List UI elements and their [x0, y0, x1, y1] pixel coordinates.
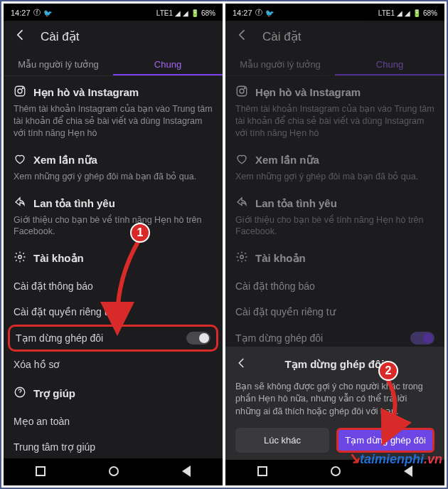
nav-back-icon[interactable] — [182, 466, 191, 477]
pause-toggle[interactable] — [186, 332, 210, 345]
header: Cài đặt — [4, 21, 223, 52]
section-instagram: Hẹn hò và Instagram Thêm tài khoản Insta… — [225, 76, 444, 144]
item-delete[interactable]: Xóa hồ sơ — [4, 352, 223, 377]
heart-icon — [235, 152, 248, 168]
annotation-badge-2: 2 — [378, 361, 398, 381]
nav-home-icon[interactable] — [109, 466, 119, 476]
help-icon — [14, 386, 26, 401]
svg-point-8 — [240, 256, 244, 259]
watermark: ↘taimienphi.vn — [347, 449, 442, 468]
facebook-icon: ⓕ — [255, 8, 262, 18]
section-spread: Lan tỏa tình yêu Giới thiệu cho bạn bè v… — [225, 187, 444, 243]
signal-icon: ◢ — [405, 9, 410, 17]
signal-icon: ◢ — [397, 9, 402, 17]
pause-toggle-on — [410, 332, 434, 345]
svg-point-2 — [22, 88, 23, 89]
section-instagram[interactable]: Hẹn hò và Instagram Thêm tài khoản Insta… — [4, 76, 223, 144]
section-desc: Thêm tài khoản Instagram của bạn vào Tru… — [14, 103, 213, 140]
item-privacy: Cài đặt quyền riêng tư — [225, 299, 444, 325]
tabs: Mẫu người lý tưởng Chung — [4, 52, 223, 76]
item-notifications: Cài đặt thông báo — [225, 273, 444, 299]
tab-ideal[interactable]: Mẫu người lý tưởng — [4, 52, 113, 75]
svg-point-6 — [240, 89, 244, 93]
section-desc: Xem những gợi ý ghép đôi mà bạn đã bỏ qu… — [235, 171, 434, 183]
annotation-arrow-1 — [114, 235, 156, 330]
annotation-arrow-2 — [373, 375, 409, 442]
twitter-icon: 🐦 — [265, 9, 274, 17]
heart-icon — [14, 152, 26, 168]
item-pause-highlighted[interactable]: Tạm dừng ghép đôi — [8, 325, 218, 352]
svg-point-1 — [18, 89, 22, 93]
signal-icon: ◢ — [183, 9, 188, 17]
status-time: 14:27 — [233, 9, 252, 17]
header: Cài đặt — [225, 21, 444, 52]
status-battery: 68% — [201, 9, 215, 17]
instagram-icon — [235, 85, 248, 100]
gear-icon — [14, 251, 26, 266]
status-bar: 14:27 ⓕ 🐦 LTE1 ◢ ◢ 🔋 68% — [225, 4, 444, 21]
section-title: Tài khoản — [33, 252, 84, 265]
status-net: LTE1 — [378, 9, 395, 17]
confirm-sheet: Tạm dừng ghép đôi? Bạn sẽ không được gợi… — [225, 347, 444, 461]
tab-general[interactable]: Chung — [113, 52, 223, 75]
section-desc: Giới thiệu cho bạn bè về tính năng Hẹn h… — [14, 214, 213, 238]
status-time: 14:27 — [11, 9, 31, 17]
section-title: Trợ giúp — [33, 387, 75, 400]
nav-recent-icon[interactable] — [36, 466, 46, 476]
facebook-icon: ⓕ — [33, 8, 41, 18]
section-title: Xem lần nữa — [33, 154, 97, 167]
tab-general[interactable]: Chung — [335, 52, 444, 75]
later-button[interactable]: Lúc khác — [235, 428, 329, 453]
instagram-icon — [14, 85, 26, 100]
section-desc: Giới thiệu cho bạn bè về tính năng Hẹn h… — [235, 214, 434, 238]
item-privacy[interactable]: Cài đặt quyền riêng tư — [4, 299, 223, 325]
back-icon[interactable] — [235, 28, 250, 45]
status-battery: 68% — [423, 9, 437, 17]
nav-home-icon[interactable] — [331, 466, 341, 476]
section-title: Xem lần nữa — [255, 154, 319, 167]
share-icon — [235, 196, 248, 211]
page-title: Cài đặt — [262, 29, 301, 44]
gear-icon — [235, 251, 248, 266]
tabs: Mẫu người lý tưởng Chung — [225, 52, 444, 76]
section-desc: Xem những gợi ý ghép đôi mà bạn đã bỏ qu… — [14, 171, 213, 183]
item-pause-label: Tạm dừng ghép đôi — [235, 332, 323, 344]
twitter-icon: 🐦 — [43, 9, 52, 17]
svg-point-3 — [18, 256, 22, 259]
signal-icon: ◢ — [175, 9, 181, 17]
section-title: Tài khoản — [255, 252, 306, 265]
annotation-badge-1: 1 — [130, 223, 150, 243]
battery-icon: 🔋 — [412, 9, 421, 17]
item-helpcenter[interactable]: Trung tâm trợ giúp — [4, 434, 223, 458]
section-account: Tài khoản — [225, 242, 444, 273]
section-title: Lan tỏa tình yêu — [33, 197, 115, 210]
section-title: Hẹn hò và Instagram — [33, 86, 139, 99]
phone-left: 14:27 ⓕ 🐦 LTE1 ◢ ◢ 🔋 68% Cài đặt Mẫu ngư… — [4, 4, 223, 485]
section-account: Tài khoản — [4, 242, 223, 273]
page-title: Cài đặt — [41, 29, 79, 44]
nav-bar — [4, 458, 223, 485]
section-title: Hẹn hò và Instagram — [255, 86, 361, 99]
status-bar: 14:27 ⓕ 🐦 LTE1 ◢ ◢ 🔋 68% — [4, 4, 223, 21]
section-again: Xem lần nữa Xem những gợi ý ghép đôi mà … — [225, 144, 444, 187]
nav-recent-icon[interactable] — [257, 466, 267, 476]
share-icon — [14, 196, 26, 211]
tab-ideal[interactable]: Mẫu người lý tưởng — [225, 52, 335, 75]
svg-point-7 — [244, 88, 245, 89]
section-desc: Thêm tài khoản Instagram của bạn vào Tru… — [235, 103, 434, 140]
battery-icon: 🔋 — [191, 9, 199, 17]
item-notifications[interactable]: Cài đặt thông báo — [4, 273, 223, 299]
phone-right: 14:27 ⓕ 🐦 LTE1 ◢ ◢ 🔋 68% Cài đặt Mẫu ngư… — [225, 4, 444, 485]
section-title: Lan tỏa tình yêu — [255, 197, 337, 210]
section-spread[interactable]: Lan tỏa tình yêu Giới thiệu cho bạn bè v… — [4, 187, 223, 243]
item-pause-label: Tạm dừng ghép đôi — [16, 332, 103, 344]
sheet-back-icon[interactable] — [235, 357, 248, 372]
section-help: Trợ giúp — [4, 377, 223, 409]
back-icon[interactable] — [14, 28, 28, 45]
section-again[interactable]: Xem lần nữa Xem những gợi ý ghép đôi mà … — [4, 144, 223, 187]
status-net: LTE1 — [156, 9, 173, 17]
item-safety[interactable]: Mẹo an toàn — [4, 409, 223, 434]
